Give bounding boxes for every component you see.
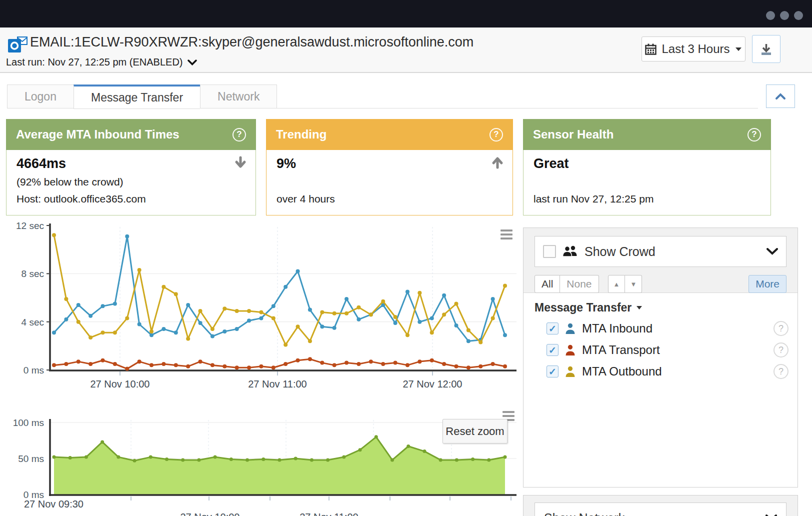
svg-text:27 Nov 09:30: 27 Nov 09:30: [24, 498, 84, 510]
time-range-label: Last 3 Hours: [662, 42, 730, 56]
move-up-button[interactable]: ▲: [608, 275, 626, 293]
outlook-icon: [8, 36, 28, 56]
last-run-text: Last run: Nov 27, 12:25 pm (ENABLED): [6, 56, 183, 68]
card-subtext: Host: outlook.office365.com: [16, 193, 146, 205]
show-network-toggle[interactable]: Show Network: [534, 502, 786, 516]
svg-text:27 Nov 11:00: 27 Nov 11:00: [300, 512, 358, 516]
caret-down-icon: [735, 47, 742, 52]
group-label: Message Transfer: [534, 301, 632, 314]
caret-down-icon: [636, 306, 642, 310]
network-legend-panel: Show Network: [523, 495, 798, 516]
svg-text:50 ms: 50 ms: [18, 454, 44, 464]
window-dot-icon[interactable]: [780, 11, 789, 20]
svg-text:100 ms: 100 ms: [13, 418, 44, 428]
card-subtext: (92% below the crowd): [16, 176, 124, 188]
card-body: 4664ms (92% below the crowd) Host: outlo…: [6, 150, 256, 216]
svg-text:27 Nov 10:00: 27 Nov 10:00: [180, 512, 240, 516]
chevron-down-icon: [188, 60, 197, 66]
tab-logon[interactable]: Logon: [7, 84, 74, 108]
help-icon[interactable]: ?: [748, 128, 761, 142]
card-value: 4664ms: [16, 156, 66, 172]
window-menu-dots[interactable]: [766, 11, 803, 20]
card-header: Trending ?: [266, 119, 513, 150]
legend-item-mta-outbound: ✓ MTA Outbound ?: [546, 364, 786, 379]
chart-menu-icon[interactable]: [500, 230, 512, 240]
collapse-panel-button[interactable]: [766, 84, 795, 108]
series-network[interactable]: [52, 435, 507, 494]
legend-panel-controls: Show Crowd All None ▲ ▼ More: [524, 228, 798, 293]
show-crowd-checkbox[interactable]: [543, 245, 556, 258]
more-button[interactable]: More: [748, 275, 786, 293]
download-icon: [760, 42, 773, 56]
window-dot-icon[interactable]: [794, 11, 803, 20]
legend-buttons-row: All None ▲ ▼ More: [534, 275, 786, 293]
svg-text:27 Nov 10:00: 27 Nov 10:00: [90, 378, 150, 390]
chevron-up-icon: [774, 91, 788, 102]
svg-text:27 Nov 12:00: 27 Nov 12:00: [403, 378, 462, 390]
trend-down-arrow-icon: [234, 156, 248, 171]
series-label: MTA Transport: [582, 343, 660, 357]
show-crowd-label: Show Crowd: [584, 244, 656, 259]
legend-item-mta-transport: ✓ MTA Transport ?: [546, 342, 786, 358]
help-icon[interactable]: ?: [774, 342, 788, 358]
chevron-down-icon: [766, 248, 778, 255]
person-icon: [565, 344, 576, 356]
card-subtext: over 4 hours: [276, 193, 335, 205]
card-header: Average MTA Inbound Times ?: [6, 119, 256, 150]
svg-text:27 Nov 11:00: 27 Nov 11:00: [248, 378, 307, 390]
last-run-status[interactable]: Last run: Nov 27, 12:25 pm (ENABLED): [6, 56, 197, 68]
card-subtext: last run Nov 27, 12:25 pm: [534, 193, 654, 205]
card-title: Average MTA Inbound Times: [16, 128, 180, 142]
move-updown-group: ▲ ▼: [608, 275, 642, 293]
card-trending: Trending ? 9% over 4 hours: [266, 119, 513, 216]
chart-gridlines: [50, 227, 516, 370]
select-none-button[interactable]: None: [560, 275, 598, 293]
series-label: MTA Inbound: [582, 322, 652, 336]
tab-network[interactable]: Network: [200, 84, 277, 108]
window-titlebar: [0, 0, 812, 28]
svg-text:4 sec: 4 sec: [22, 317, 44, 328]
person-icon: [565, 366, 576, 378]
card-value: Great: [534, 156, 569, 172]
help-icon[interactable]: ?: [490, 128, 503, 142]
svg-text:8 sec: 8 sec: [22, 268, 44, 279]
svg-text:0 ms: 0 ms: [24, 365, 44, 376]
app-header: EMAIL:1ECLW-R90XRWZR:skyper@generalsawdu…: [0, 28, 812, 73]
series-checkbox[interactable]: ✓: [546, 322, 558, 334]
help-icon[interactable]: ?: [774, 321, 788, 336]
mta-times-line-chart[interactable]: 12 sec8 sec4 sec0 ms27 Nov 10:0027 Nov 1…: [0, 220, 518, 400]
series-checkbox[interactable]: ✓: [546, 344, 558, 356]
message-transfer-group-header[interactable]: Message Transfer: [534, 301, 786, 314]
window-dot-icon[interactable]: [766, 11, 775, 20]
sensor-title: EMAIL:1ECLW-R90XRWZR:skyper@generalsawdu…: [30, 34, 474, 50]
help-icon[interactable]: ?: [774, 364, 788, 379]
legend-panel: Show Crowd All None ▲ ▼ More Message Tra…: [523, 228, 798, 488]
series-label: MTA Outbound: [582, 364, 662, 378]
series-checkbox[interactable]: ✓: [546, 366, 558, 378]
crowd-people-icon: [562, 244, 578, 259]
time-range-button[interactable]: Last 3 Hours: [642, 36, 746, 62]
network-times-area-chart[interactable]: 100 ms50 ms0 ms27 Nov 09:3027 Nov 10:002…: [0, 405, 518, 516]
tab-bar: Logon Message Transfer Network: [7, 84, 277, 109]
calendar-icon: [645, 44, 656, 55]
legend-item-mta-inbound: ✓ MTA Inbound ?: [546, 321, 786, 336]
reset-zoom-button[interactable]: Reset zoom: [442, 419, 508, 444]
show-network-label: Show Network: [544, 511, 624, 516]
svg-text:12 sec: 12 sec: [16, 220, 44, 231]
card-body: 9% over 4 hours: [266, 150, 513, 216]
person-icon: [565, 323, 576, 334]
download-button[interactable]: [752, 35, 780, 63]
select-all-button[interactable]: All: [534, 275, 560, 293]
legend-series-list: Message Transfer ✓ MTA Inbound ? ✓ MTA T…: [524, 293, 798, 387]
show-crowd-toggle[interactable]: Show Crowd: [534, 236, 786, 267]
card-sensor-health: Sensor Health ? Great last run Nov 27, 1…: [523, 119, 771, 216]
card-title: Sensor Health: [533, 128, 614, 142]
help-icon[interactable]: ?: [232, 128, 246, 142]
tab-message-transfer[interactable]: Message Transfer: [74, 84, 200, 109]
move-down-button[interactable]: ▼: [625, 275, 642, 293]
card-header: Sensor Health ?: [523, 119, 771, 150]
card-body: Great last run Nov 27, 12:25 pm: [523, 150, 771, 216]
card-title: Trending: [276, 128, 326, 142]
card-average-mta-inbound-times: Average MTA Inbound Times ? 4664ms (92% …: [6, 119, 256, 216]
trend-up-arrow-icon: [490, 156, 504, 171]
